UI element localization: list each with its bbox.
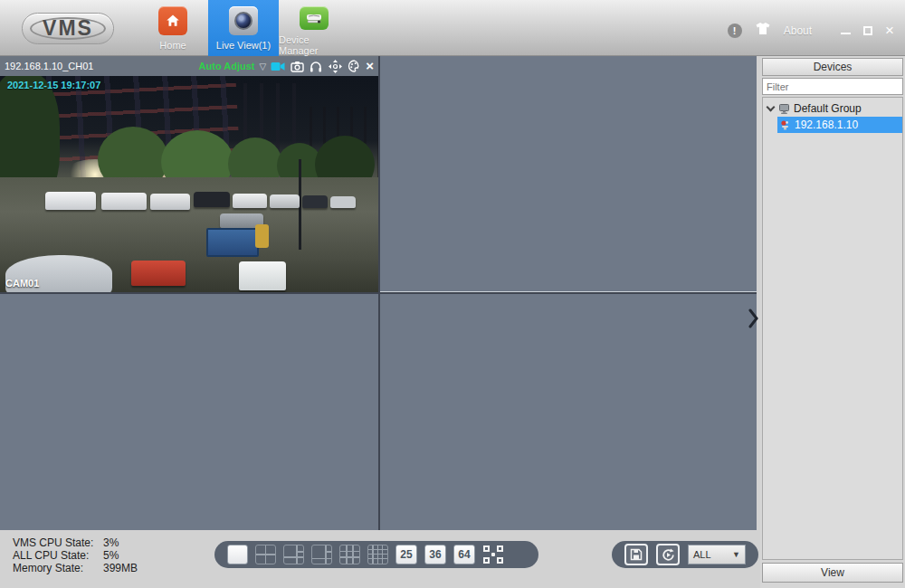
- ptz-move-icon[interactable]: [328, 59, 342, 73]
- snapshot-icon[interactable]: [290, 59, 304, 73]
- camera-name-label: CAM01: [5, 278, 39, 289]
- view-button[interactable]: View: [762, 563, 903, 583]
- group-icon: [778, 103, 790, 115]
- video-grid: 192.168.1.10_CH01 Auto Adjust ▽: [0, 56, 757, 530]
- layout-4-button[interactable]: [255, 545, 276, 564]
- video-pane-header: 192.168.1.10_CH01 Auto Adjust ▽: [0, 56, 378, 76]
- live-video-feed[interactable]: 2021-12-15 19:17:07 CAM01: [0, 76, 378, 292]
- scene-red-car: [131, 261, 186, 286]
- scene-truck: [206, 228, 259, 257]
- tree-device-label: 192.168.1.10: [795, 119, 858, 131]
- auto-adjust-button[interactable]: Auto Adjust: [199, 61, 255, 71]
- auto-adjust-dropdown-icon[interactable]: ▽: [260, 62, 267, 71]
- layout-8-button[interactable]: [311, 545, 332, 564]
- layout-toolbar: 25 36 64: [214, 541, 538, 568]
- dropdown-arrow-icon: ▼: [732, 550, 740, 559]
- live-view-icon: [229, 6, 258, 35]
- layout-16-button[interactable]: [367, 545, 388, 564]
- color-palette-icon[interactable]: [347, 59, 361, 73]
- pane-close-icon[interactable]: ×: [366, 60, 374, 72]
- sidebar-collapse-handle[interactable]: [746, 304, 760, 333]
- minimize-icon[interactable]: [841, 33, 851, 34]
- layout-6-button[interactable]: [283, 545, 304, 564]
- vms-logo-text: VMS: [43, 16, 93, 41]
- video-pane-2[interactable]: [380, 56, 757, 292]
- status-label: VMS CPU State:: [13, 536, 103, 549]
- tab-device-manager[interactable]: Device Manager: [279, 0, 349, 56]
- layout-9-button[interactable]: [339, 545, 360, 564]
- audio-headphones-icon[interactable]: [309, 59, 323, 73]
- tree-item-default-group[interactable]: Default Group: [763, 100, 902, 117]
- tree-expander-icon[interactable]: [767, 103, 776, 112]
- status-label: ALL CPU State:: [13, 549, 103, 562]
- refresh-cycle-button[interactable]: [656, 544, 680, 565]
- layout-36-button[interactable]: 36: [424, 545, 446, 564]
- camera-device-icon: [779, 119, 791, 131]
- status-value: 3%: [103, 536, 119, 549]
- video-pane-1[interactable]: 192.168.1.10_CH01 Auto Adjust ▽: [0, 56, 378, 292]
- stream-type-dropdown[interactable]: ALL ▼: [688, 545, 746, 564]
- record-video-icon[interactable]: [271, 59, 285, 73]
- video-timestamp: 2021-12-15 19:17:07: [7, 80, 100, 90]
- layout-25-button[interactable]: 25: [395, 545, 417, 564]
- devices-panel-header: Devices: [762, 58, 903, 76]
- scene-white-van: [239, 261, 286, 290]
- tab-device-manager-label: Device Manager: [279, 34, 349, 56]
- skin-shirt-icon[interactable]: [755, 22, 771, 40]
- scene-truck-cab: [255, 224, 269, 248]
- video-pane-4[interactable]: [380, 294, 757, 530]
- layout-64-button[interactable]: 64: [453, 545, 475, 564]
- status-label: Memory State:: [13, 562, 103, 574]
- status-value: 5%: [103, 549, 119, 562]
- tab-live-view[interactable]: Live View(1): [208, 0, 279, 56]
- tab-live-view-label: Live View(1): [216, 40, 271, 51]
- stream-toolbar: ALL ▼: [612, 541, 758, 568]
- tab-home-label: Home: [159, 40, 186, 51]
- video-pane-title: 192.168.1.10_CH01: [5, 61, 93, 71]
- device-tree: Default Group 192.168.1.10: [762, 97, 903, 560]
- vms-logo: VMS: [22, 13, 114, 44]
- tree-group-label: Default Group: [794, 102, 862, 115]
- tree-item-device[interactable]: 192.168.1.10: [777, 117, 902, 133]
- status-value: 399MB: [103, 562, 138, 574]
- maximize-icon[interactable]: [863, 26, 872, 35]
- video-pane-3[interactable]: [0, 294, 378, 530]
- filter-input[interactable]: [762, 78, 903, 95]
- stream-type-value: ALL: [693, 549, 711, 560]
- device-manager-icon: [300, 6, 329, 30]
- tab-home[interactable]: Home: [138, 0, 208, 56]
- about-button[interactable]: About: [784, 24, 812, 37]
- fullscreen-button[interactable]: [482, 545, 504, 564]
- layout-1-button[interactable]: [227, 545, 248, 564]
- devices-sidebar: Devices Default Group 192.168.1.10 View: [760, 56, 905, 588]
- save-view-button[interactable]: [624, 544, 648, 565]
- bottom-bar: VMS CPU State: 3% ALL CPU State: 5% Memo…: [0, 530, 757, 588]
- home-icon: [158, 6, 187, 35]
- status-block: VMS CPU State: 3% ALL CPU State: 5% Memo…: [13, 536, 138, 574]
- close-icon[interactable]: ×: [885, 25, 894, 36]
- info-icon[interactable]: !: [728, 24, 742, 38]
- main-tabs: Home Live View(1) Device Manager: [138, 0, 349, 56]
- titlebar: VMS Home Live View(1) Device: [0, 0, 905, 56]
